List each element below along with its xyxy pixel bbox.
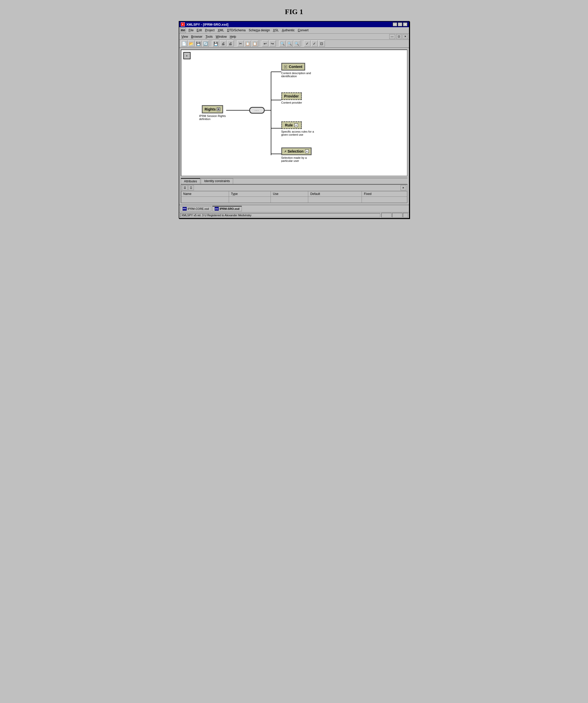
attr-close-button[interactable]: ✕ [401,185,406,190]
menu-authentic[interactable]: Authentic [280,28,296,32]
toolbar-copy[interactable]: 📋 [244,41,251,47]
toolbar-sep-3 [260,41,260,47]
window-minimize-icon[interactable]: — [389,34,395,39]
attr-add-button[interactable]: ☰ [182,185,188,190]
fig-title: FIG 1 [285,8,303,16]
menu-xsl[interactable]: XSL [271,28,280,32]
status-bar: XMLSPY v5 rel. 3 U Registered to Alexand… [179,212,409,218]
col-use: Use [271,191,308,197]
window-restore-icon[interactable]: ⊡ [396,34,402,39]
window-title: XMLSPY - [IPRM-SRO.xsd] [186,22,229,26]
attr-toolbar-left: ☰ ☲ [182,185,194,190]
toolbar-open[interactable]: 📂 [188,41,195,47]
schema-diagram: Rights ⊞ IPRM Session Rightsdefinition ·… [197,58,389,173]
rights-box[interactable]: Rights ⊞ [202,105,223,113]
selection-corner-icon: ↗ [284,150,286,153]
menu-bar-2-left: View Browser Tools Window Help [180,34,238,39]
selection-expand-button[interactable]: + [305,150,309,153]
file-tab-core-label: IPRM-CORE.xsd [188,207,209,210]
attributes-panel: ☰ ☲ ✕ Name Type Use Default Fixed [181,184,408,203]
close-button[interactable]: ✕ [403,22,408,26]
file-icon-core: 850 [183,207,187,211]
provider-box[interactable]: Provider [281,92,302,100]
menu-dtd[interactable]: DTD/Schema [226,28,247,32]
menu-browser[interactable]: Browser [190,34,203,39]
provider-label: Provider [284,94,299,98]
toolbar-find2[interactable]: 🔍 [286,41,293,47]
attributes-table: Name Type Use Default Fixed [181,191,407,203]
menu-xml[interactable]: XML [217,28,226,32]
app-icon: X [181,22,185,26]
rule-box[interactable]: Rule + [281,121,302,129]
tab-attributes[interactable]: Attributes [181,178,200,184]
rule-description: Specific access rules for agiven content… [281,130,314,136]
menu-project[interactable]: Project [204,28,216,32]
rights-label: Rights [204,107,216,111]
menu-app-icon: 850 [180,28,186,33]
toolbar-redo[interactable]: ↪ [269,41,276,47]
menu-help[interactable]: Help [229,34,238,39]
attr-empty-row [181,197,407,203]
file-tab-iprm-sro[interactable]: 850 IPRM-SRO.xsd [212,206,242,211]
title-bar-buttons: — □ ✕ [393,22,408,26]
menu-window[interactable]: Window [215,34,228,39]
attr-type-cell [229,197,271,203]
toolbar-cut[interactable]: ✂ [237,41,244,47]
toolbar-new[interactable]: 📄 [181,41,187,47]
menu-edit[interactable]: Edit [195,28,203,32]
file-tab-iprm-core[interactable]: 850 IPRM-CORE.xsd [180,206,211,211]
toolbar-paste[interactable]: 📋 [252,41,258,47]
status-box-2 [392,213,402,218]
menu-tools[interactable]: Tools [204,34,214,39]
status-boxes [381,213,408,218]
toolbar-check2[interactable]: ✓ [311,41,318,47]
col-fixed: Fixed [362,191,407,197]
schema-area: ≡ [181,50,408,176]
attr-remove-button[interactable]: ☲ [188,185,194,190]
content-description: Content description andidentification [281,72,311,78]
content-label: Content [289,65,302,69]
menu-schema-design[interactable]: Schema design [247,28,271,32]
attr-fixed-cell [362,197,407,203]
toolbar-saveall[interactable]: 🖨 [220,41,227,47]
toolbar-undo[interactable]: ↩ [262,41,268,47]
minimize-button[interactable]: — [393,22,397,26]
content-box[interactable]: ≡ Content [281,63,306,71]
rule-expand-button[interactable]: + [295,124,298,127]
selection-node: ↗ Selection + Selection made by aparticu… [281,148,312,162]
toolbar-find3[interactable]: 🔍 [293,41,300,47]
toolbar-refresh[interactable]: 🔄 [202,41,209,47]
main-area: ≡ [179,48,409,205]
toolbar-print[interactable]: 🖨 [227,41,234,47]
window-close-icon[interactable]: ✕ [403,34,408,39]
selection-box[interactable]: ↗ Selection + [281,148,312,155]
status-box-3 [403,213,408,218]
main-window: X XMLSPY - [IPRM-SRO.xsd] — □ ✕ 850 File… [179,21,410,219]
selection-description: Selection made by aparticular user [281,156,312,162]
toolbar-check1[interactable]: ✓ [304,41,311,47]
col-default: Default [308,191,362,197]
tab-identity-constraints[interactable]: Identity constraints [201,178,233,184]
toolbar-save2[interactable]: 💾 [213,41,219,47]
menu-convert[interactable]: Convert [297,28,310,32]
maximize-button[interactable]: □ [398,22,402,26]
sequence-connector: ··· [249,107,265,113]
attr-name-cell [181,197,229,203]
connector-dots: ··· [255,108,259,112]
rule-node: Rule + Specific access rules for agiven … [281,121,314,136]
schema-view-icon[interactable]: ≡ [183,52,190,59]
schema-icon-symbol: ≡ [186,54,188,57]
col-type: Type [229,191,271,197]
menu-view[interactable]: View [180,34,189,39]
toolbar-save[interactable]: 💾 [195,41,202,47]
menu-bar-2: View Browser Tools Window Help — ⊡ ✕ [179,33,409,40]
attr-toolbar: ☰ ☲ ✕ [181,185,407,191]
content-schema-icon: ≡ [284,65,287,69]
menu-bar-1: 850 File Edit Project XML DTD/Schema Sch… [179,27,409,33]
file-tab-sro-label: IPRM-SRO.xsd [220,207,240,210]
rights-expand[interactable]: ⊞ [217,107,220,111]
rights-node: Rights ⊞ IPRM Session Rightsdefinition [199,105,226,121]
toolbar-grid[interactable]: ⊡ [318,41,325,47]
menu-file[interactable]: File [187,28,195,32]
toolbar-find[interactable]: 🔍 [279,41,286,47]
